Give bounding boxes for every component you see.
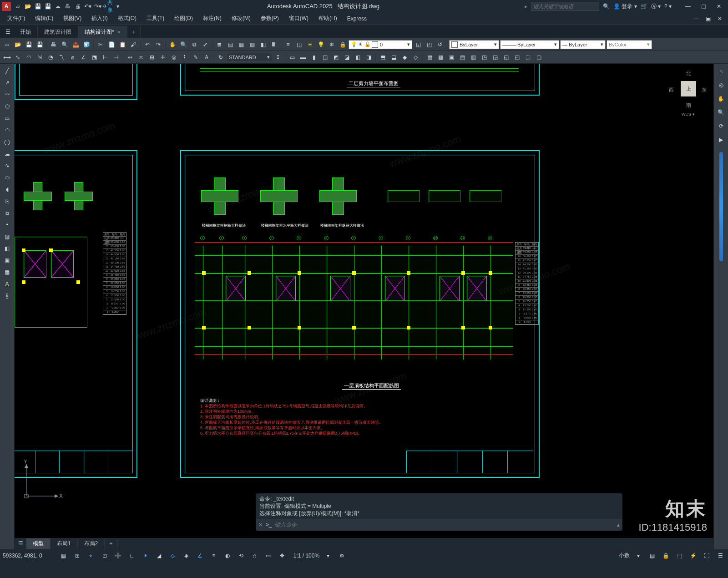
dimang-icon[interactable]: ∠ — [78, 52, 88, 62]
lt-spline-icon[interactable]: ∿ — [1, 160, 13, 171]
lt-gradient-icon[interactable]: ◧ — [1, 243, 13, 254]
g12-icon[interactable]: ◇ — [410, 52, 420, 62]
qat-new-icon[interactable]: ▱ — [14, 2, 22, 10]
dimbreak-icon[interactable]: ⤫ — [136, 52, 146, 62]
sb-dynucs-icon[interactable]: ⎌ — [250, 551, 260, 561]
menu-dimension[interactable]: 标注(N) — [198, 13, 226, 24]
dimlinear-icon[interactable]: ⟷ — [2, 52, 12, 62]
rt-zoom-icon[interactable]: 🔍 — [715, 106, 727, 118]
sb-3dosnap-icon[interactable]: ◈ — [182, 551, 192, 561]
g4-icon[interactable]: ◫ — [320, 52, 330, 62]
cmd-history-toggle-icon[interactable]: ▴ — [617, 522, 620, 528]
cmd-close-icon[interactable]: ✕ — [258, 522, 263, 528]
dimaligned-icon[interactable]: ⤡ — [13, 52, 23, 62]
maximize-button[interactable]: ▢ — [696, 1, 711, 12]
dimtedit-icon[interactable]: Ａ — [202, 52, 212, 62]
layout-menu-icon[interactable]: ☰ — [15, 540, 26, 547]
dimdia-icon[interactable]: ⌀ — [67, 52, 77, 62]
sb-iso-icon[interactable]: ◢ — [154, 551, 164, 561]
layerprev-icon[interactable]: ↺ — [435, 40, 445, 50]
lt-helix-icon[interactable]: § — [1, 290, 13, 301]
paste-icon[interactable]: 📋 — [117, 40, 127, 50]
lt-pline-icon[interactable]: 〰 — [1, 89, 13, 100]
viewcube-east[interactable]: 东 — [702, 86, 707, 93]
laystate-icon[interactable]: ◫ — [294, 40, 304, 50]
matchprop-icon[interactable]: 🖌 — [128, 40, 138, 50]
lt-block-icon[interactable]: ⧈ — [1, 208, 13, 218]
tolerance-icon[interactable]: ⊞ — [147, 52, 157, 62]
g11-icon[interactable]: ◆ — [399, 52, 410, 62]
doc-minimize-button[interactable]: — — [691, 14, 702, 23]
menu-file[interactable]: 文件(F) — [3, 13, 30, 24]
qat-open-icon[interactable]: 📂 — [24, 2, 32, 10]
qat-dropdown-icon[interactable]: ▾ — [114, 2, 122, 10]
lt-ellarc-icon[interactable]: ◖ — [1, 184, 13, 195]
tab-model[interactable]: 模型 — [26, 538, 51, 549]
dimcont-icon[interactable]: ⊣ — [111, 52, 121, 62]
laylock-icon[interactable]: 🔒 — [338, 40, 348, 50]
quickcalc-icon[interactable]: 🖩 — [269, 40, 279, 50]
menu-format[interactable]: 格式(O) — [113, 13, 141, 24]
undo-icon[interactable]: ↶ — [142, 40, 152, 50]
viewcube-north[interactable]: 北 — [686, 70, 691, 77]
copy-icon[interactable]: 📄 — [106, 40, 116, 50]
menu-tools[interactable]: 工具(T) — [142, 13, 169, 24]
dimrad-icon[interactable]: ◔ — [46, 52, 56, 62]
sb-scale-readout[interactable]: 1:1 / 100% — [293, 553, 319, 559]
g17-icon[interactable]: ▥ — [468, 52, 478, 62]
lt-ellipse-icon[interactable]: ⬭ — [1, 172, 13, 183]
app-exchange-icon[interactable]: Ⓐ ▾ — [651, 3, 661, 10]
rt-showmotion-icon[interactable]: ▶ — [715, 134, 727, 146]
command-line[interactable]: ✕ >_ ▴ — [256, 519, 622, 531]
menu-express[interactable]: Express — [343, 14, 371, 23]
lt-mtext-icon[interactable]: A — [1, 279, 13, 289]
tab-layout2[interactable]: 布局2 — [78, 538, 105, 549]
layuniso-icon[interactable]: ◰ — [424, 40, 434, 50]
tab-layout1[interactable]: 布局1 — [51, 538, 78, 549]
sb-cleanscreen-icon[interactable]: ⛶ — [702, 551, 712, 561]
sb-units-menu-icon[interactable]: ▾ — [633, 551, 643, 561]
qat-redo-icon[interactable]: ↷▾ — [94, 2, 102, 10]
cut-icon[interactable]: ✂ — [96, 40, 106, 50]
g1-icon[interactable]: ▭ — [287, 52, 297, 62]
minimize-button[interactable]: — — [681, 1, 695, 12]
dimquick-icon[interactable]: ⬔ — [89, 52, 99, 62]
g10-icon[interactable]: ⬓ — [389, 52, 399, 62]
dimord-icon[interactable]: ⇲ — [35, 52, 45, 62]
layiso-icon[interactable]: ◱ — [413, 40, 423, 50]
qat-save-icon[interactable]: 💾 — [34, 2, 42, 10]
menu-edit[interactable]: 编辑(E) — [30, 13, 58, 24]
dimstylemgr-icon[interactable]: ↧ — [273, 52, 283, 62]
viewcube-top[interactable]: 上 — [681, 81, 696, 96]
dimjog-icon[interactable]: 〽 — [56, 52, 66, 62]
menu-draw[interactable]: 绘图(D) — [170, 13, 197, 24]
tab-add-layout[interactable]: ＋ — [105, 538, 118, 549]
zoom-realtime-icon[interactable]: 🔍 — [178, 40, 188, 50]
lt-circle-icon[interactable]: ◯ — [1, 137, 13, 147]
close-button[interactable]: ✕ — [712, 1, 726, 12]
lt-polygon-icon[interactable]: ⬠ — [1, 101, 13, 112]
lt-hatch-icon[interactable]: ▨ — [1, 231, 13, 242]
inspect-icon[interactable]: ◎ — [169, 52, 179, 62]
lt-xline-icon[interactable]: ↗ — [1, 77, 13, 88]
g14-icon[interactable]: ▩ — [435, 52, 445, 62]
sb-isolate-icon[interactable]: ⬚ — [674, 551, 684, 561]
menu-view[interactable]: 视图(V) — [59, 13, 86, 24]
sb-hwacc-icon[interactable]: ⚡ — [688, 551, 698, 561]
sb-customize-icon[interactable]: ☰ — [715, 551, 725, 561]
lineweight-combobox[interactable]: — ByLayer▾ — [560, 40, 606, 49]
tab-new-button[interactable]: ＋ — [127, 26, 141, 38]
g9-icon[interactable]: ⬒ — [378, 52, 388, 62]
tab-arch[interactable]: 建筑设计图 — [38, 26, 78, 38]
g6-icon[interactable]: ◪ — [342, 52, 352, 62]
props-icon[interactable]: ≣ — [214, 40, 224, 50]
rt-wheel-icon[interactable]: ◎ — [715, 79, 727, 91]
sb-selfilter-icon[interactable]: ▭ — [263, 551, 273, 561]
dc-icon[interactable]: ▥ — [247, 40, 257, 50]
sb-infer-icon[interactable]: ⊡ — [100, 551, 110, 561]
g19-icon[interactable]: ◲ — [490, 52, 500, 62]
sb-lwt-icon[interactable]: ≡ — [209, 551, 219, 561]
qat-share-icon[interactable]: ✈ 共享 — [104, 2, 112, 10]
menu-help[interactable]: 帮助(H) — [314, 13, 342, 24]
sb-model-icon[interactable]: ▦ — [59, 551, 69, 561]
